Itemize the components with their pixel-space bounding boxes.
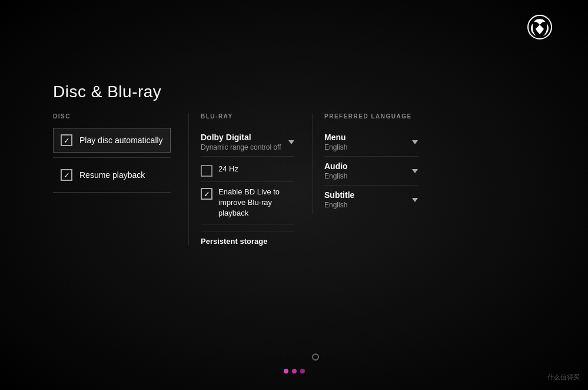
audio-lang-title: Audio xyxy=(324,161,348,171)
columns-wrapper: DISC Play disc automatically Resume play… xyxy=(53,113,535,246)
subtitle-lang-value: English xyxy=(324,201,354,209)
menu-lang-title: Menu xyxy=(324,133,347,142)
nav-dot-1 xyxy=(284,369,288,374)
xbox-logo xyxy=(527,14,553,40)
page-title: Disc & Blu-ray xyxy=(53,82,535,101)
dolby-subtitle: Dynamic range control off xyxy=(201,143,283,151)
hz24-item[interactable]: 24 Hz xyxy=(201,159,294,182)
bdlive-label: Enable BD Live to improve Blu-ray playba… xyxy=(218,187,294,219)
disc-divider-2 xyxy=(53,192,171,193)
nav-dot-2 xyxy=(292,369,297,374)
subtitle-lang-title: Subtitle xyxy=(324,190,354,200)
bottom-navigation-dots xyxy=(284,369,305,374)
subtitle-language-item[interactable]: Subtitle English xyxy=(324,186,418,214)
menu-lang-main: Menu English xyxy=(324,133,347,151)
subtitle-lang-chevron-down-icon xyxy=(412,198,418,202)
audio-lang-main: Audio English xyxy=(324,161,348,180)
language-column: PREFERRED LANGUAGE Menu English Audio En… xyxy=(312,113,436,214)
persistent-storage-link[interactable]: Persistent storage xyxy=(201,232,294,246)
dolby-main: Dolby Digital Dynamic range control off xyxy=(201,133,283,151)
resume-playback-label: Resume playback xyxy=(79,170,145,180)
play-disc-auto-label: Play disc automatically xyxy=(79,135,163,145)
nav-circle xyxy=(312,353,319,361)
subtitle-lang-main: Subtitle English xyxy=(324,190,354,209)
bdlive-item[interactable]: Enable BD Live to improve Blu-ray playba… xyxy=(201,182,294,224)
play-disc-auto-checkbox[interactable] xyxy=(61,134,72,146)
audio-lang-value: English xyxy=(324,172,348,180)
bluray-column: BLU-RAY Dolby Digital Dynamic range cont… xyxy=(188,113,312,246)
audio-lang-chevron-down-icon xyxy=(412,169,418,173)
disc-divider xyxy=(53,157,171,158)
content-area: Disc & Blu-ray DISC Play disc automatica… xyxy=(53,82,535,343)
dolby-title: Dolby Digital xyxy=(201,133,283,142)
hz24-checkbox[interactable] xyxy=(201,165,212,177)
menu-lang-value: English xyxy=(324,143,347,151)
disc-header: DISC xyxy=(53,113,171,120)
dolby-digital-dropdown[interactable]: Dolby Digital Dynamic range control off xyxy=(201,128,294,157)
nav-dot-3 xyxy=(300,369,305,374)
language-header: PREFERRED LANGUAGE xyxy=(324,113,418,120)
hz24-label: 24 Hz xyxy=(218,164,238,174)
disc-column: DISC Play disc automatically Resume play… xyxy=(53,113,188,197)
resume-playback-item[interactable]: Resume playback xyxy=(53,163,171,187)
play-disc-auto-item[interactable]: Play disc automatically xyxy=(53,128,171,153)
watermark: 什么值得买 xyxy=(547,373,580,382)
audio-language-item[interactable]: Audio English xyxy=(324,157,418,186)
bdlive-checkbox[interactable] xyxy=(201,188,212,200)
menu-lang-chevron-down-icon xyxy=(412,140,418,144)
dolby-chevron-down-icon xyxy=(288,140,294,144)
menu-language-item[interactable]: Menu English xyxy=(324,128,418,157)
resume-playback-checkbox[interactable] xyxy=(61,169,72,181)
bluray-header: BLU-RAY xyxy=(201,113,294,120)
